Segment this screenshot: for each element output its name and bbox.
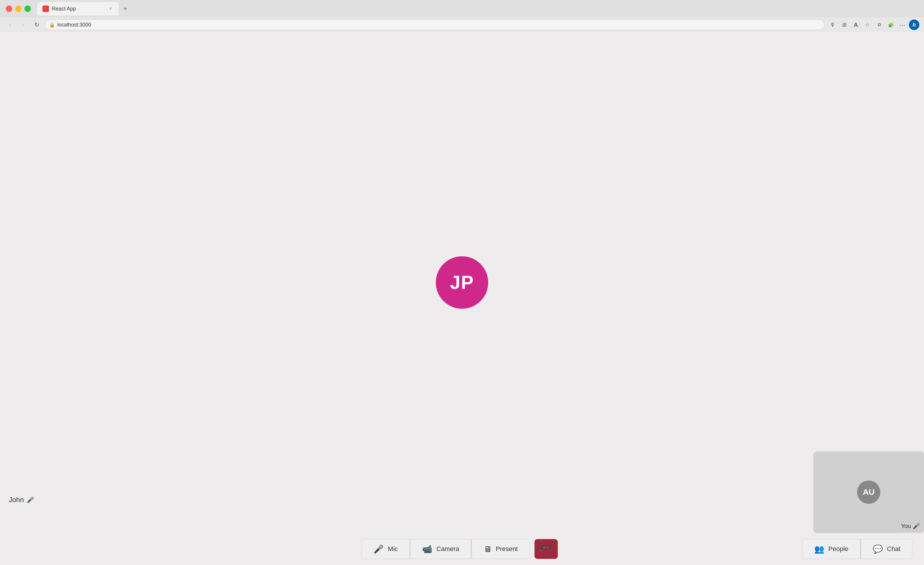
- chat-icon: 💬: [873, 544, 883, 554]
- back-button[interactable]: ‹: [4, 20, 15, 30]
- more-button[interactable]: ···: [897, 20, 908, 30]
- present-icon: 🖥: [483, 544, 492, 554]
- read-aloud-button[interactable]: A: [850, 20, 861, 30]
- main-participant-avatar: JP: [436, 256, 488, 309]
- address-bar-url: localhost:3000: [57, 22, 91, 28]
- people-label: People: [828, 545, 849, 553]
- microphone-toolbar-button[interactable]: 🎙: [827, 20, 838, 30]
- you-name: You: [901, 523, 911, 529]
- end-call-icon: 📞: [538, 541, 554, 557]
- browser-toolbar: ‹ › ↻ 🔒 localhost:3000 🎙 ⊞ A ☆ ⧉ 🧩 ··· b: [0, 18, 924, 32]
- refresh-button[interactable]: ↻: [32, 20, 42, 30]
- app-content: JP John 🎤 AU You 🎤 🎤 Mic 📹 Came: [0, 32, 924, 565]
- end-call-button[interactable]: 📞: [534, 539, 558, 559]
- people-icon: 👥: [814, 544, 825, 554]
- mic-label: Mic: [388, 545, 398, 553]
- browser-titlebar: 🔴 React App × +: [0, 0, 924, 18]
- traffic-light-maximize[interactable]: [24, 6, 31, 12]
- you-tile: AU You 🎤: [813, 451, 924, 533]
- camera-icon: 📹: [422, 544, 432, 554]
- control-bar: 🎤 Mic 📹 Camera 🖥 Present 📞 👥 People: [0, 533, 924, 565]
- center-controls: 🎤 Mic 📹 Camera 🖥 Present 📞: [362, 539, 562, 559]
- address-bar-secure-icon: 🔒: [49, 22, 55, 28]
- tab-close-button[interactable]: ×: [108, 6, 114, 12]
- you-muted-icon: 🎤: [913, 523, 920, 529]
- browser-tab-active[interactable]: 🔴 React App ×: [37, 2, 119, 15]
- tab-bar: 🔴 React App × +: [37, 2, 918, 15]
- people-button[interactable]: 👥 People: [802, 539, 861, 559]
- tab-title: React App: [52, 6, 105, 12]
- present-button[interactable]: 🖥 Present: [472, 539, 530, 559]
- mic-icon: 🎤: [374, 544, 384, 554]
- traffic-lights: [6, 6, 31, 12]
- main-participant-container: JP: [436, 256, 488, 309]
- split-screen-button[interactable]: ⧉: [874, 20, 884, 30]
- bing-button[interactable]: b: [909, 20, 920, 30]
- grid-toolbar-button[interactable]: ⊞: [839, 20, 849, 30]
- john-muted-icon: 🎤: [27, 496, 34, 503]
- john-name: John: [9, 496, 24, 504]
- camera-button[interactable]: 📹 Camera: [410, 539, 471, 559]
- camera-label: Camera: [436, 545, 459, 553]
- chat-label: Chat: [887, 545, 900, 553]
- right-actions: 👥 People 💬 Chat: [802, 539, 913, 559]
- extensions-button[interactable]: 🧩: [886, 20, 896, 30]
- favorites-button[interactable]: ☆: [862, 20, 873, 30]
- participant-label-john: John 🎤: [9, 496, 34, 504]
- present-label: Present: [496, 545, 518, 553]
- toolbar-actions: 🎙 ⊞ A ☆ ⧉ 🧩 ··· b: [827, 20, 920, 30]
- video-call-area: JP John 🎤 AU You 🎤: [0, 32, 924, 533]
- you-avatar: AU: [857, 481, 880, 504]
- mic-button[interactable]: 🎤 Mic: [362, 539, 410, 559]
- forward-button[interactable]: ›: [18, 20, 28, 30]
- tab-favicon: 🔴: [42, 6, 49, 12]
- address-bar[interactable]: 🔒 localhost:3000: [45, 20, 825, 30]
- you-label: You 🎤: [901, 523, 920, 529]
- traffic-light-close[interactable]: [6, 6, 12, 12]
- tab-favicon-icon: 🔴: [44, 6, 48, 11]
- traffic-light-minimize[interactable]: [15, 6, 21, 12]
- chat-button[interactable]: 💬 Chat: [861, 539, 912, 559]
- browser-chrome: 🔴 React App × + ‹ › ↻ 🔒 localhost:3000 🎙…: [0, 0, 924, 32]
- new-tab-button[interactable]: +: [120, 3, 130, 14]
